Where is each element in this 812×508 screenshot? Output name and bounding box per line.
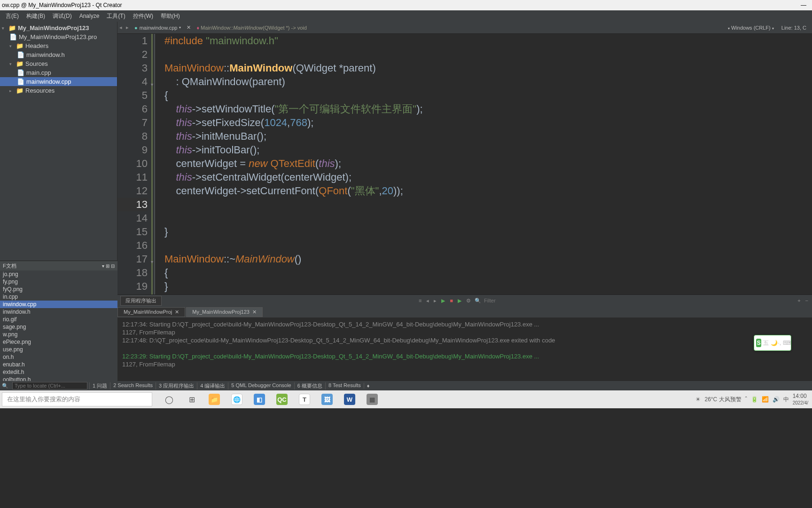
minimize-button[interactable]: —: [801, 2, 806, 8]
encoding-dropdown[interactable]: ▾ Windows (CRLF) ▾: [728, 25, 774, 31]
stack-icon[interactable]: ≡: [418, 297, 422, 304]
locator-input[interactable]: [12, 382, 87, 389]
tree-headers[interactable]: ▾📁 Headers: [0, 41, 117, 50]
menu-bar: 言(E)构建(B)调试(D)Analyze工具(T)控件(W)帮助(H): [0, 10, 812, 22]
prev-icon[interactable]: ◂: [425, 297, 430, 305]
open-documents-panel: F文档 ▾ ⊞ ⊟ jo.pngfy.pngfyQ.pngin.cppinwin…: [0, 261, 117, 383]
project-sidebar: ▾📁 My_MainWindowProj123 📄 My_MainWindowP…: [0, 22, 117, 294]
menu-item[interactable]: 帮助(H): [157, 12, 184, 20]
bottom-tab[interactable]: 2 Search Results: [110, 382, 156, 389]
tree-pro-file[interactable]: 📄 My_MainWindowProj123.pro: [0, 32, 117, 41]
minus-icon[interactable]: −: [804, 297, 809, 304]
tree-main-cpp[interactable]: 📄 main.cpp: [0, 68, 117, 77]
code-content[interactable]: #include "mainwindow.h"MainWindow::MainW…: [155, 34, 812, 294]
bottom-tab[interactable]: 4 编译输出: [197, 382, 228, 389]
output-tab[interactable]: My_MainWindowProj✕: [117, 307, 185, 317]
editor-area: ◂ ▸ ● mainwindow.cpp ▾ ✕ ♦ MainWindow::M…: [117, 22, 812, 294]
panel-controls[interactable]: ▾ ⊞ ⊟: [102, 263, 115, 269]
cpp-icon: ●: [134, 25, 138, 31]
open-doc-item[interactable]: extedit.h: [0, 368, 117, 376]
open-doc-item[interactable]: enubar.h: [0, 361, 117, 368]
open-doc-item[interactable]: fyQ.png: [0, 286, 117, 293]
tray-up-icon[interactable]: ˆ: [745, 396, 747, 403]
tree-mainwindow-cpp[interactable]: 📄 mainwindow.cpp: [0, 77, 117, 86]
menu-item[interactable]: Analyze: [76, 13, 103, 19]
bottom-tab[interactable]: 3 应用程序输出: [156, 382, 197, 389]
open-doc-item[interactable]: fy.png: [0, 278, 117, 286]
open-doc-item[interactable]: w.png: [0, 331, 117, 338]
output-text[interactable]: 12:17:34: Starting D:\QT_project_code\bu…: [117, 318, 812, 381]
open-doc-item[interactable]: use.png: [0, 346, 117, 353]
text-app-icon[interactable]: T: [293, 390, 316, 408]
chrome-icon[interactable]: 🌐: [226, 390, 248, 408]
output-toolbar: 应用程序输出 ≡ ◂ ▸ ▶ ■ ▶ ⚙ 🔍 + −: [117, 295, 812, 306]
code-editor[interactable]: 1234▾567891011121314151617▾1819 #include…: [117, 34, 812, 294]
bottom-tab[interactable]: 8 Test Results: [325, 382, 364, 389]
weather-text[interactable]: 26°C 大风预警: [704, 396, 741, 404]
open-doc-item[interactable]: inwindow.h: [0, 308, 117, 316]
open-doc-item[interactable]: in.cpp: [0, 293, 117, 301]
ime-floater[interactable]: S 五 🌙 ·, ⌨: [754, 335, 791, 351]
paint-icon[interactable]: 🖼: [316, 390, 338, 408]
window-title: ow.cpp @ My_MainWindowProj123 - Qt Creat…: [2, 2, 122, 8]
weather-icon[interactable]: ☀: [695, 396, 701, 403]
explorer-icon[interactable]: 📁: [203, 390, 226, 408]
taskview-icon[interactable]: ◯: [158, 390, 180, 408]
tree-sources[interactable]: ▾📁 Sources: [0, 59, 117, 68]
project-tree[interactable]: ▾📁 My_MainWindowProj123 📄 My_MainWindowP…: [0, 22, 117, 294]
output-title: 应用程序输出: [120, 296, 162, 306]
taskbar-search[interactable]: 在这里输入你要搜索的内容: [2, 392, 152, 406]
file-tab[interactable]: ● mainwindow.cpp ▾: [131, 25, 185, 31]
open-doc-item[interactable]: inwindow.cpp: [0, 301, 117, 308]
filter-input[interactable]: [484, 298, 540, 303]
bottom-tab[interactable]: 5 QML Debugger Console: [228, 382, 294, 389]
wifi-icon[interactable]: 📶: [762, 396, 769, 403]
clock[interactable]: 14:002022/4/: [793, 393, 808, 406]
bottom-tab[interactable]: 1 问题: [89, 382, 110, 389]
open-doc-item[interactable]: ePiece.png: [0, 338, 117, 346]
close-tab-icon[interactable]: ✕: [185, 24, 193, 31]
close-icon[interactable]: ✕: [175, 309, 179, 315]
menu-item[interactable]: 控件(W): [129, 12, 157, 20]
plus-icon[interactable]: +: [796, 297, 801, 304]
menu-item[interactable]: 言(E): [2, 12, 23, 20]
output-tab[interactable]: My_MainWindowProj123✕: [186, 307, 263, 317]
breadcrumb[interactable]: ♦ MainWindow::MainWindow(QWidget *) -> v…: [193, 25, 306, 31]
open-doc-item[interactable]: jo.png: [0, 270, 117, 278]
open-doc-item[interactable]: sage.png: [0, 323, 117, 331]
ime-indicator[interactable]: 中: [783, 396, 789, 404]
file-dropdown-icon[interactable]: ▾: [179, 25, 181, 30]
tree-resources[interactable]: ▸📁 Resources: [0, 86, 117, 95]
word-icon[interactable]: W: [338, 390, 361, 408]
open-doc-item[interactable]: on.h: [0, 353, 117, 361]
ime-s-icon: S: [756, 339, 761, 347]
bottom-tab[interactable]: 6 概要信息: [294, 382, 325, 389]
settings-icon[interactable]: ⚙: [465, 297, 472, 305]
menu-item[interactable]: 工具(T): [103, 12, 129, 20]
cortana-icon[interactable]: ⊞: [180, 390, 203, 408]
editor-tab-bar: ◂ ▸ ● mainwindow.cpp ▾ ✕ ♦ MainWindow::M…: [117, 22, 812, 34]
battery-icon[interactable]: 🔋: [751, 396, 758, 403]
next-icon[interactable]: ▸: [433, 297, 437, 305]
tree-root[interactable]: ▾📁 My_MainWindowProj123: [0, 24, 117, 32]
open-docs-list[interactable]: jo.pngfy.pngfyQ.pngin.cppinwindow.cppinw…: [0, 270, 117, 383]
volume-icon[interactable]: 🔊: [773, 396, 780, 403]
open-docs-title: F文档: [3, 262, 16, 270]
misc-icon[interactable]: ▦: [361, 390, 383, 408]
menu-item[interactable]: 构建(B): [23, 12, 49, 20]
app-blue-icon[interactable]: ◧: [248, 390, 271, 408]
tree-header-file[interactable]: 📄 mainwindow.h: [0, 50, 117, 59]
close-icon[interactable]: ✕: [252, 309, 257, 315]
nav-forward-icon[interactable]: ▸: [124, 24, 131, 31]
locator-more-icon[interactable]: ♦: [364, 383, 373, 389]
locator-search-icon: 🔍: [0, 383, 10, 389]
attach-icon[interactable]: ▶: [457, 297, 462, 305]
stop-icon[interactable]: ■: [449, 297, 454, 304]
nav-back-icon[interactable]: ◂: [117, 24, 124, 31]
cursor-position: Line: 13, C: [781, 25, 806, 31]
qc-icon[interactable]: QC: [271, 390, 293, 408]
run-icon[interactable]: ▶: [440, 297, 446, 305]
menu-item[interactable]: 调试(D): [49, 12, 76, 20]
open-doc-item[interactable]: rio.gif: [0, 316, 117, 323]
output-panel: 应用程序输出 ≡ ◂ ▸ ▶ ■ ▶ ⚙ 🔍 + − My_MainWindow…: [117, 294, 812, 381]
